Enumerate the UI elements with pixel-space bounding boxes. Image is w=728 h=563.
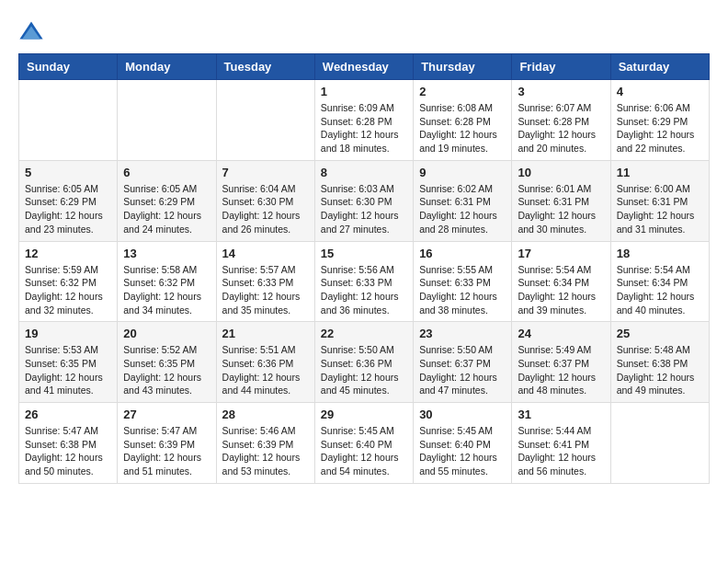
day-number: 14: [222, 247, 309, 260]
day-cell: 13Sunrise: 5:58 AM Sunset: 6:32 PM Dayli…: [118, 241, 216, 322]
day-info: Sunrise: 6:07 AM Sunset: 6:28 PM Dayligh…: [518, 101, 604, 155]
day-info: Sunrise: 5:45 AM Sunset: 6:40 PM Dayligh…: [419, 424, 506, 478]
day-info: Sunrise: 5:44 AM Sunset: 6:41 PM Dayligh…: [518, 424, 604, 478]
day-cell: 10Sunrise: 6:01 AM Sunset: 6:31 PM Dayli…: [512, 160, 610, 241]
weekday-header-saturday: Saturday: [610, 54, 709, 80]
day-number: 21: [222, 327, 309, 340]
day-number: 6: [123, 166, 210, 179]
day-cell: 24Sunrise: 5:49 AM Sunset: 6:37 PM Dayli…: [512, 322, 610, 403]
day-info: Sunrise: 5:53 AM Sunset: 6:35 PM Dayligh…: [25, 343, 111, 397]
day-number: 8: [321, 166, 407, 179]
day-cell: 19Sunrise: 5:53 AM Sunset: 6:35 PM Dayli…: [19, 322, 118, 403]
day-info: Sunrise: 5:48 AM Sunset: 6:38 PM Dayligh…: [617, 343, 703, 397]
day-info: Sunrise: 5:58 AM Sunset: 6:32 PM Dayligh…: [123, 263, 210, 317]
day-info: Sunrise: 5:54 AM Sunset: 6:34 PM Dayligh…: [617, 263, 703, 317]
weekday-header-friday: Friday: [512, 54, 610, 80]
day-cell: 28Sunrise: 5:46 AM Sunset: 6:39 PM Dayli…: [216, 403, 314, 484]
week-row-4: 19Sunrise: 5:53 AM Sunset: 6:35 PM Dayli…: [19, 322, 710, 403]
day-cell: 2Sunrise: 6:08 AM Sunset: 6:28 PM Daylig…: [414, 80, 512, 161]
day-number: 17: [518, 247, 604, 260]
weekday-header-tuesday: Tuesday: [216, 54, 314, 80]
day-number: 5: [25, 166, 111, 179]
day-cell: 14Sunrise: 5:57 AM Sunset: 6:33 PM Dayli…: [216, 241, 314, 322]
day-cell: 25Sunrise: 5:48 AM Sunset: 6:38 PM Dayli…: [610, 322, 709, 403]
logo-icon: [18, 18, 44, 44]
day-number: 26: [25, 408, 111, 421]
day-info: Sunrise: 5:50 AM Sunset: 6:36 PM Dayligh…: [321, 343, 407, 397]
day-info: Sunrise: 6:01 AM Sunset: 6:31 PM Dayligh…: [518, 182, 604, 236]
day-number: 9: [419, 166, 506, 179]
day-info: Sunrise: 5:47 AM Sunset: 6:39 PM Dayligh…: [123, 424, 210, 478]
day-number: 25: [617, 327, 703, 340]
day-cell: 21Sunrise: 5:51 AM Sunset: 6:36 PM Dayli…: [216, 322, 314, 403]
weekday-header-wednesday: Wednesday: [314, 54, 413, 80]
day-info: Sunrise: 5:49 AM Sunset: 6:37 PM Dayligh…: [518, 343, 604, 397]
day-cell: 16Sunrise: 5:55 AM Sunset: 6:33 PM Dayli…: [414, 241, 512, 322]
day-number: 19: [25, 327, 111, 340]
day-cell: 29Sunrise: 5:45 AM Sunset: 6:40 PM Dayli…: [314, 403, 413, 484]
day-cell: [610, 403, 709, 484]
day-number: 27: [123, 408, 210, 421]
day-info: Sunrise: 6:00 AM Sunset: 6:31 PM Dayligh…: [617, 182, 703, 236]
header: [18, 18, 710, 44]
week-row-3: 12Sunrise: 5:59 AM Sunset: 6:32 PM Dayli…: [19, 241, 710, 322]
day-cell: 18Sunrise: 5:54 AM Sunset: 6:34 PM Dayli…: [610, 241, 709, 322]
day-info: Sunrise: 5:47 AM Sunset: 6:38 PM Dayligh…: [25, 424, 111, 478]
logo: [18, 18, 48, 44]
day-info: Sunrise: 6:03 AM Sunset: 6:30 PM Dayligh…: [321, 182, 407, 236]
day-cell: [216, 80, 314, 161]
day-number: 31: [518, 408, 604, 421]
day-info: Sunrise: 6:08 AM Sunset: 6:28 PM Dayligh…: [419, 101, 506, 155]
day-info: Sunrise: 6:05 AM Sunset: 6:29 PM Dayligh…: [123, 182, 210, 236]
day-info: Sunrise: 6:06 AM Sunset: 6:29 PM Dayligh…: [617, 101, 703, 155]
day-info: Sunrise: 5:45 AM Sunset: 6:40 PM Dayligh…: [321, 424, 407, 478]
day-number: 1: [321, 85, 407, 98]
day-cell: 23Sunrise: 5:50 AM Sunset: 6:37 PM Dayli…: [414, 322, 512, 403]
day-cell: 5Sunrise: 6:05 AM Sunset: 6:29 PM Daylig…: [19, 160, 118, 241]
day-cell: 15Sunrise: 5:56 AM Sunset: 6:33 PM Dayli…: [314, 241, 413, 322]
week-row-2: 5Sunrise: 6:05 AM Sunset: 6:29 PM Daylig…: [19, 160, 710, 241]
day-number: 4: [617, 85, 703, 98]
day-cell: 31Sunrise: 5:44 AM Sunset: 6:41 PM Dayli…: [512, 403, 610, 484]
day-cell: 9Sunrise: 6:02 AM Sunset: 6:31 PM Daylig…: [414, 160, 512, 241]
weekday-header-row: SundayMondayTuesdayWednesdayThursdayFrid…: [19, 54, 710, 80]
day-info: Sunrise: 5:55 AM Sunset: 6:33 PM Dayligh…: [419, 263, 506, 317]
calendar: SundayMondayTuesdayWednesdayThursdayFrid…: [18, 53, 710, 484]
day-number: 15: [321, 247, 407, 260]
day-number: 16: [419, 247, 506, 260]
day-number: 29: [321, 408, 407, 421]
day-number: 13: [123, 247, 210, 260]
day-cell: 4Sunrise: 6:06 AM Sunset: 6:29 PM Daylig…: [610, 80, 709, 161]
day-cell: 1Sunrise: 6:09 AM Sunset: 6:28 PM Daylig…: [314, 80, 413, 161]
weekday-header-sunday: Sunday: [19, 54, 118, 80]
day-info: Sunrise: 5:50 AM Sunset: 6:37 PM Dayligh…: [419, 343, 506, 397]
day-cell: 12Sunrise: 5:59 AM Sunset: 6:32 PM Dayli…: [19, 241, 118, 322]
day-number: 10: [518, 166, 604, 179]
day-cell: [118, 80, 216, 161]
day-info: Sunrise: 6:04 AM Sunset: 6:30 PM Dayligh…: [222, 182, 309, 236]
day-number: 30: [419, 408, 506, 421]
day-cell: 8Sunrise: 6:03 AM Sunset: 6:30 PM Daylig…: [314, 160, 413, 241]
day-info: Sunrise: 5:57 AM Sunset: 6:33 PM Dayligh…: [222, 263, 309, 317]
day-number: 28: [222, 408, 309, 421]
day-cell: [19, 80, 118, 161]
day-number: 2: [419, 85, 506, 98]
day-cell: 6Sunrise: 6:05 AM Sunset: 6:29 PM Daylig…: [118, 160, 216, 241]
day-cell: 30Sunrise: 5:45 AM Sunset: 6:40 PM Dayli…: [414, 403, 512, 484]
day-info: Sunrise: 5:52 AM Sunset: 6:35 PM Dayligh…: [123, 343, 210, 397]
day-cell: 11Sunrise: 6:00 AM Sunset: 6:31 PM Dayli…: [610, 160, 709, 241]
weekday-header-thursday: Thursday: [414, 54, 512, 80]
day-info: Sunrise: 5:59 AM Sunset: 6:32 PM Dayligh…: [25, 263, 111, 317]
day-info: Sunrise: 6:05 AM Sunset: 6:29 PM Dayligh…: [25, 182, 111, 236]
week-row-1: 1Sunrise: 6:09 AM Sunset: 6:28 PM Daylig…: [19, 80, 710, 161]
day-info: Sunrise: 6:09 AM Sunset: 6:28 PM Dayligh…: [321, 101, 407, 155]
day-cell: 22Sunrise: 5:50 AM Sunset: 6:36 PM Dayli…: [314, 322, 413, 403]
day-number: 12: [25, 247, 111, 260]
day-number: 22: [321, 327, 407, 340]
day-cell: 3Sunrise: 6:07 AM Sunset: 6:28 PM Daylig…: [512, 80, 610, 161]
day-cell: 17Sunrise: 5:54 AM Sunset: 6:34 PM Dayli…: [512, 241, 610, 322]
day-info: Sunrise: 5:46 AM Sunset: 6:39 PM Dayligh…: [222, 424, 309, 478]
day-number: 23: [419, 327, 506, 340]
day-cell: 20Sunrise: 5:52 AM Sunset: 6:35 PM Dayli…: [118, 322, 216, 403]
day-number: 24: [518, 327, 604, 340]
